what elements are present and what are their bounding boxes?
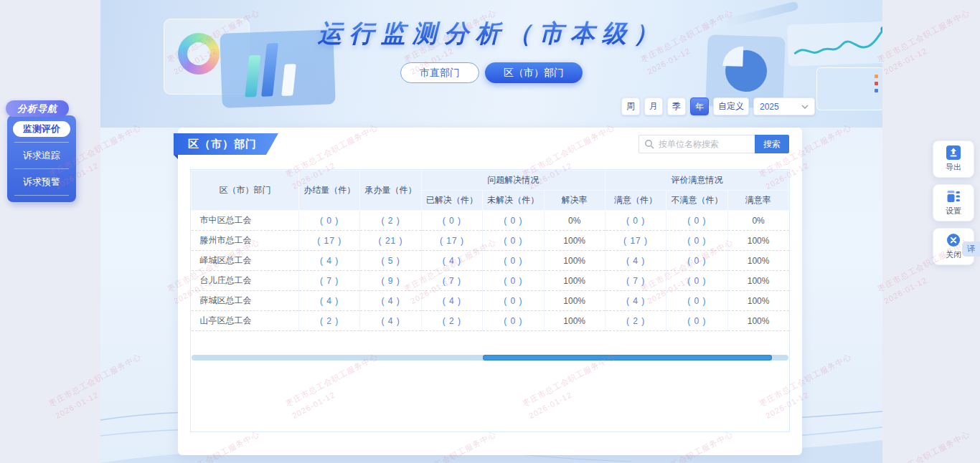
cell-undertaken[interactable]: ( 5 ) xyxy=(360,251,421,271)
cell-unsatisfied[interactable]: ( 0 ) xyxy=(666,231,727,251)
cell-completed[interactable]: ( 17 ) xyxy=(299,231,360,251)
cell-undertaken[interactable]: ( 4 ) xyxy=(360,291,421,311)
settings-button[interactable]: 设置 xyxy=(933,184,974,221)
cell-department: 台儿庄总工会 xyxy=(192,271,299,291)
cell-completed[interactable]: ( 7 ) xyxy=(299,271,360,291)
cell-unsatisfied[interactable]: ( 0 ) xyxy=(666,271,727,291)
cell-solve_rate: 100% xyxy=(544,291,605,311)
cell-completed[interactable]: ( 0 ) xyxy=(299,211,360,231)
cell-completed[interactable]: ( 4 ) xyxy=(299,291,360,311)
cell-solve_rate: 0% xyxy=(544,211,605,231)
cell-department: 峄城区总工会 xyxy=(192,251,299,271)
table-body: 市中区总工会( 0 )( 2 )( 0 )( 0 )0%( 0 )( 0 )0%… xyxy=(192,211,789,331)
decor-dot xyxy=(875,89,878,92)
tab-city-departments[interactable]: 市直部门 xyxy=(400,62,479,83)
cell-undertaken[interactable]: ( 9 ) xyxy=(360,271,421,291)
cell-satisfaction_rate: 100% xyxy=(727,231,788,251)
cell-satisfied[interactable]: ( 4 ) xyxy=(605,291,666,311)
cell-satisfied[interactable]: ( 17 ) xyxy=(605,231,666,251)
translate-badge[interactable]: 译 xyxy=(962,242,980,257)
tab-district-departments[interactable]: 区（市）部门 xyxy=(485,62,583,83)
cell-solved[interactable]: ( 4 ) xyxy=(421,291,482,311)
nav-item-monitor-evaluation[interactable]: 监测评价 xyxy=(13,121,70,137)
cell-unsatisfied[interactable]: ( 0 ) xyxy=(666,291,727,311)
cell-unsolved[interactable]: ( 0 ) xyxy=(483,311,544,331)
cell-solved[interactable]: ( 0 ) xyxy=(421,211,482,231)
cell-completed[interactable]: ( 2 ) xyxy=(299,311,360,331)
search-button[interactable]: 搜索 xyxy=(755,135,789,153)
cell-satisfied[interactable]: ( 0 ) xyxy=(605,211,666,231)
cell-department: 滕州市总工会 xyxy=(192,231,299,251)
table-row: 台儿庄总工会( 7 )( 9 )( 7 )( 0 )100%( 7 )( 0 )… xyxy=(192,271,789,291)
cell-solve_rate: 100% xyxy=(544,271,605,291)
horizontal-scrollbar-track[interactable] xyxy=(192,355,788,361)
col-solve-rate: 解决率 xyxy=(544,191,605,211)
horizontal-scrollbar-thumb[interactable] xyxy=(483,355,772,361)
year-select-value: 2025 xyxy=(760,102,779,112)
close-icon xyxy=(946,233,961,247)
table-header: 区（市）部门 办结量（件） 承办量（件） 问题解决情况 评价满意情况 已解决（件… xyxy=(192,171,789,211)
cell-unsatisfied[interactable]: ( 0 ) xyxy=(666,311,727,331)
table-row: 山亭区总工会( 2 )( 4 )( 2 )( 0 )100%( 2 )( 0 )… xyxy=(192,311,789,331)
filter-week-button[interactable]: 周 xyxy=(621,97,640,115)
cell-unsolved[interactable]: ( 0 ) xyxy=(483,271,544,291)
chevron-down-icon xyxy=(801,105,809,109)
time-filter: 周 月 季 年 自定义 2025 xyxy=(621,97,815,115)
nav-item-appeal-tracking[interactable]: 诉求追踪 xyxy=(13,148,70,163)
cell-solved[interactable]: ( 2 ) xyxy=(421,311,482,331)
cell-unsatisfied[interactable]: ( 0 ) xyxy=(666,251,727,271)
cell-department: 薛城区总工会 xyxy=(192,291,299,311)
settings-icon xyxy=(946,189,961,204)
department-tabs: 市直部门 区（市）部门 xyxy=(100,62,882,83)
col-unsatisfied: 不满意（件） xyxy=(666,191,727,211)
cell-unsatisfied[interactable]: ( 0 ) xyxy=(666,211,727,231)
col-department: 区（市）部门 xyxy=(192,171,299,211)
cell-undertaken[interactable]: ( 2 ) xyxy=(360,211,421,231)
col-unsolved: 未解决（件） xyxy=(483,191,544,211)
cell-satisfied[interactable]: ( 4 ) xyxy=(605,251,666,271)
cell-unsolved[interactable]: ( 0 ) xyxy=(483,231,544,251)
search-input[interactable] xyxy=(639,135,755,153)
table-row: 峄城区总工会( 4 )( 5 )( 4 )( 0 )100%( 4 )( 0 )… xyxy=(192,251,789,271)
cell-unsolved[interactable]: ( 0 ) xyxy=(483,251,544,271)
cell-undertaken[interactable]: ( 4 ) xyxy=(360,311,421,331)
app-window: 运行监测分析（市本级） 市直部门 区（市）部门 周 月 季 年 自定义 2025… xyxy=(0,0,980,463)
cell-unsolved[interactable]: ( 0 ) xyxy=(483,211,544,231)
export-label: 导出 xyxy=(946,162,961,173)
col-group-problem: 问题解决情况 xyxy=(421,171,605,191)
panel-title-ribbon: 区（市）部门 xyxy=(174,133,278,155)
cell-solve_rate: 100% xyxy=(544,251,605,271)
nav-divider xyxy=(14,142,69,143)
watermark-text: 枣庄市总工会职工服务中心 2026-01-12 xyxy=(875,6,979,78)
table-row: 市中区总工会( 0 )( 2 )( 0 )( 0 )0%( 0 )( 0 )0% xyxy=(192,211,789,231)
cell-satisfied[interactable]: ( 7 ) xyxy=(605,271,666,291)
cell-satisfied[interactable]: ( 2 ) xyxy=(605,311,666,331)
watermark-text: 枣庄市总工会职工服务中心 2026-01-12 xyxy=(875,427,979,463)
year-select[interactable]: 2025 xyxy=(753,97,815,115)
cell-solved[interactable]: ( 7 ) xyxy=(421,271,482,291)
cell-solved[interactable]: ( 17 ) xyxy=(421,231,482,251)
cell-solve_rate: 100% xyxy=(544,231,605,251)
district-table: 区（市）部门 办结量（件） 承办量（件） 问题解决情况 评价满意情况 已解决（件… xyxy=(191,170,789,331)
cell-completed[interactable]: ( 4 ) xyxy=(299,251,360,271)
search-icon xyxy=(644,139,654,149)
filter-year-button[interactable]: 年 xyxy=(690,97,709,115)
filter-quarter-button[interactable]: 季 xyxy=(667,97,686,115)
cell-satisfaction_rate: 100% xyxy=(727,291,788,311)
cell-department: 市中区总工会 xyxy=(192,211,299,231)
filter-month-button[interactable]: 月 xyxy=(644,97,663,115)
cell-department: 山亭区总工会 xyxy=(192,311,299,331)
cell-undertaken[interactable]: ( 21 ) xyxy=(360,231,421,251)
analysis-nav: 监测评价 诉求追踪 诉求预警 xyxy=(7,115,76,202)
table-row: 薛城区总工会( 4 )( 4 )( 4 )( 0 )100%( 4 )( 0 )… xyxy=(192,291,789,311)
filter-custom-button[interactable]: 自定义 xyxy=(713,97,749,115)
cell-unsolved[interactable]: ( 0 ) xyxy=(483,291,544,311)
col-group-satisfaction: 评价满意情况 xyxy=(605,171,788,191)
col-completed: 办结量（件） xyxy=(299,171,360,211)
analysis-nav-title: 分析导航 xyxy=(6,100,69,117)
cell-solved[interactable]: ( 4 ) xyxy=(421,251,482,271)
export-button[interactable]: 导出 xyxy=(933,140,974,178)
nav-divider xyxy=(14,168,69,169)
col-satisfaction-rate: 满意率 xyxy=(727,191,788,211)
nav-item-appeal-warning[interactable]: 诉求预警 xyxy=(13,174,70,190)
